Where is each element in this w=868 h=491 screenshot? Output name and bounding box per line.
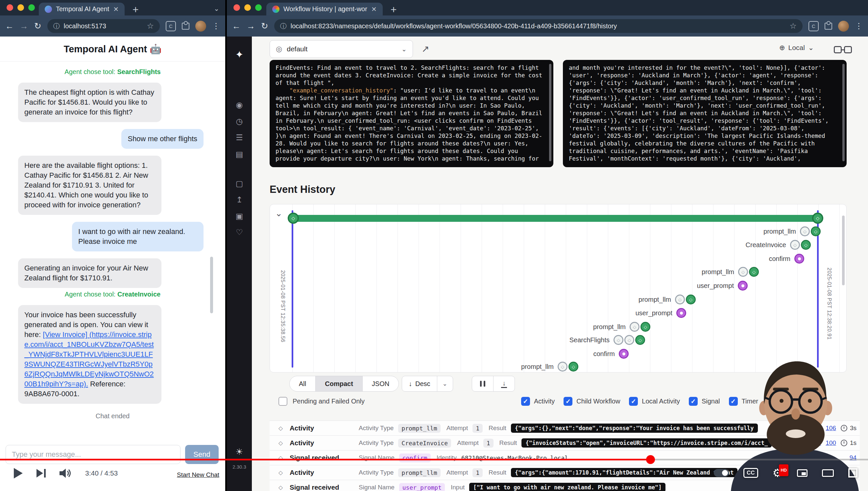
expand-row-icon[interactable]: ◇ [278, 484, 290, 491]
workflow-start-marker-icon[interactable]: ◇ [288, 212, 299, 224]
expand-row-icon[interactable]: ◇ [278, 440, 290, 446]
forward-icon[interactable]: → [247, 21, 255, 31]
signal-marker-icon[interactable] [738, 281, 748, 291]
activity-marker-icon[interactable]: ◇ [635, 335, 645, 345]
sidebar-batch-icon[interactable]: ☰ [227, 133, 252, 142]
theme-toggle-sun-icon[interactable]: ☀ [227, 447, 252, 457]
type-filter-child-workflow[interactable]: ✓Child Workflow [563, 397, 620, 406]
view-tab-compact[interactable]: Compact [315, 376, 362, 391]
miniplayer-icon[interactable] [797, 469, 807, 477]
close-tab-icon[interactable]: ✕ [113, 5, 119, 13]
forward-icon[interactable]: → [20, 21, 28, 31]
window-controls[interactable] [234, 4, 262, 11]
labs-goggles-icon[interactable] [834, 46, 852, 53]
play-icon[interactable] [14, 468, 23, 479]
checkbox[interactable]: ✓ [629, 397, 638, 406]
sort-order-control[interactable]: ↓ Desc ⌄ [402, 376, 453, 392]
pending-checkbox[interactable] [278, 397, 287, 406]
activity-marker-icon[interactable]: ◇ [624, 335, 634, 345]
type-filter-local-activity[interactable]: ✓Local Activity [629, 397, 680, 406]
video-progress-remaining[interactable] [650, 459, 868, 460]
activity-marker-icon[interactable]: ◇ [801, 240, 811, 250]
site-info-icon[interactable]: ⓘ [53, 22, 60, 31]
video-scrubber[interactable] [646, 455, 655, 464]
timeline-scrollbar[interactable] [842, 215, 845, 285]
tab-search-icon[interactable]: ⌄ [214, 5, 219, 12]
site-info-icon[interactable]: ⓘ [280, 22, 287, 31]
bookmark-star-icon[interactable]: ☆ [147, 21, 154, 31]
timeline-row[interactable]: prompt_llm◇◇ [639, 294, 696, 305]
timeline-row[interactable]: prompt_llm◇◇ [702, 266, 759, 278]
send-button[interactable]: Send [185, 445, 219, 464]
code-scrollbar[interactable] [549, 64, 551, 161]
temporal-logo-icon[interactable]: ✦ [227, 49, 252, 60]
code-scrollbar[interactable] [842, 64, 845, 161]
sidebar-schedules-icon[interactable]: ◷ [227, 117, 252, 126]
activity-marker-icon[interactable]: ◇ [630, 322, 640, 332]
sidebar-archive-icon[interactable]: ▤ [227, 150, 252, 159]
activity-marker-icon[interactable]: ◇ [568, 362, 578, 372]
address-bar[interactable]: ⓘ localhost:5173 ☆ [48, 19, 160, 33]
workflow-span-bar[interactable] [292, 215, 819, 222]
signal-marker-icon[interactable] [794, 254, 804, 264]
timeline-row[interactable]: prompt_llm◇◇ [521, 361, 578, 372]
zoom-window-icon[interactable] [28, 4, 35, 11]
next-icon[interactable] [36, 469, 46, 478]
timeline-row[interactable]: confirm [593, 348, 629, 359]
extension-icon[interactable]: C [166, 21, 176, 31]
activity-marker-icon[interactable]: ◇ [811, 226, 820, 236]
activity-marker-icon[interactable]: ◇ [790, 240, 800, 250]
activity-marker-icon[interactable]: ◇ [614, 335, 623, 345]
settings-gear-icon[interactable]: ⚙HD [773, 467, 782, 479]
video-progress-played[interactable] [0, 459, 650, 460]
autoplay-toggle[interactable] [714, 469, 729, 477]
chat-scrollbar[interactable] [210, 257, 213, 313]
start-new-chat-link[interactable]: Start New Chat [177, 471, 219, 479]
reload-icon[interactable]: ↻ [261, 21, 268, 31]
invoice-link[interactable]: [View Invoice] (https://invoice.stripe.c… [24, 330, 154, 388]
window-controls[interactable] [7, 4, 35, 11]
type-filter-signal[interactable]: ✓Signal [689, 397, 720, 406]
collapse-timeline-icon[interactable]: ⌄ [275, 208, 282, 219]
open-namespace-icon[interactable]: ↗ [422, 44, 429, 54]
bookmark-star-icon[interactable]: ☆ [789, 21, 797, 31]
fullscreen-icon[interactable] [848, 468, 858, 478]
sidebar-workflows-icon[interactable]: ◉ [227, 100, 252, 110]
timeline-row[interactable]: user_prompt [697, 280, 748, 291]
profile-avatar[interactable] [195, 21, 206, 32]
minimize-window-icon[interactable] [18, 4, 24, 11]
captions-button[interactable]: CC [743, 468, 758, 478]
view-tab-json[interactable]: JSON [362, 376, 399, 391]
expand-row-icon[interactable]: ◇ [278, 469, 290, 476]
signal-marker-icon[interactable] [676, 308, 686, 318]
extensions-puzzle-icon[interactable] [825, 23, 832, 30]
browser-tab[interactable]: Temporal AI Agent ✕ [39, 3, 125, 16]
workflow-result-code-panel[interactable]: and month you're interested in for the e… [563, 60, 847, 167]
back-icon[interactable]: ← [232, 21, 241, 31]
profile-avatar[interactable] [838, 21, 849, 32]
signal-marker-icon[interactable] [619, 349, 629, 359]
sidebar-import-icon[interactable]: ↥ [227, 195, 252, 204]
close-window-icon[interactable] [234, 4, 240, 11]
pause-button[interactable] [472, 376, 493, 391]
close-tab-icon[interactable]: ✕ [371, 5, 377, 13]
new-tab-button[interactable]: + [132, 4, 139, 15]
new-tab-button[interactable]: + [391, 4, 397, 15]
checkbox[interactable]: ✓ [563, 397, 572, 406]
timeline-row[interactable]: confirm [769, 253, 804, 264]
view-tab-all[interactable]: All [290, 376, 315, 391]
timeline-row[interactable]: prompt_llm◇◇ [764, 226, 820, 237]
activity-marker-icon[interactable]: ◇ [675, 294, 685, 305]
timeline-row[interactable]: SearchFlights◇◇◇ [569, 334, 645, 346]
timeline-row[interactable]: CreateInvoice◇◇ [746, 239, 811, 251]
activity-marker-icon[interactable]: ◇ [749, 267, 759, 277]
browser-menu-icon[interactable]: ⋮ [212, 21, 220, 31]
extensions-puzzle-icon[interactable] [182, 23, 189, 30]
zoom-window-icon[interactable] [255, 4, 262, 11]
activity-marker-icon[interactable]: ◇ [558, 362, 567, 372]
close-window-icon[interactable] [7, 4, 13, 11]
theater-mode-icon[interactable] [822, 469, 834, 477]
activity-marker-icon[interactable]: ◇ [686, 294, 696, 305]
checkbox[interactable]: ✓ [689, 397, 698, 406]
activity-marker-icon[interactable]: ◇ [641, 322, 650, 332]
